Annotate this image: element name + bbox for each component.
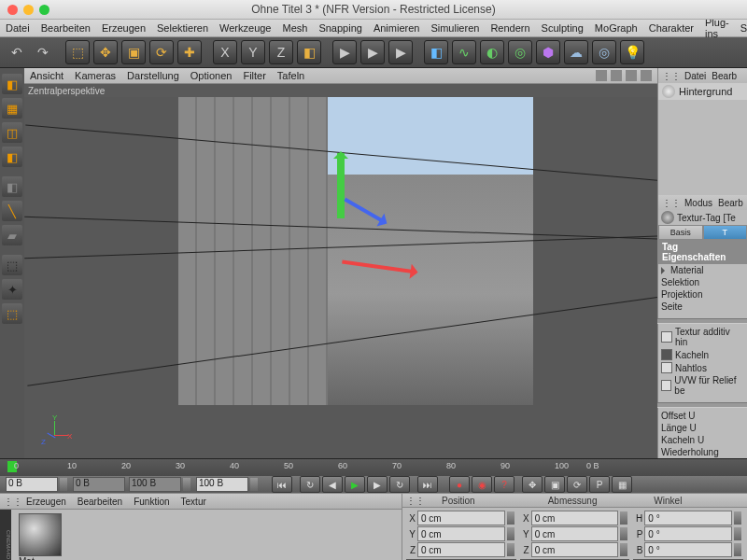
coord-system[interactable]: ◧ [297, 40, 321, 64]
vp-filter[interactable]: Filter [243, 70, 265, 81]
workplane-mode[interactable]: ◧ [2, 147, 22, 167]
vp-ansicht[interactable]: Ansicht [30, 70, 63, 81]
spinner[interactable] [507, 511, 514, 525]
material-list[interactable]: CINEMA4D Mat [0, 510, 402, 560]
rot-b-input[interactable]: 0 ° [644, 542, 732, 557]
prop-textur-additiv[interactable]: Textur additiv hin [658, 326, 747, 348]
render-settings-button[interactable]: ▶ [360, 40, 385, 64]
range-start-input[interactable]: 0 B [6, 477, 58, 492]
menu-plugins[interactable]: Plug-ins [705, 17, 729, 39]
render-queue-button[interactable]: ▶ [388, 40, 413, 64]
point-mode[interactable]: ◧ [2, 176, 22, 197]
redo-button[interactable]: ↷ [32, 41, 54, 63]
attr-bearb[interactable]: Bearb [718, 198, 743, 208]
record-button[interactable]: ● [449, 476, 470, 493]
objmgr-bearb[interactable]: Bearb [712, 71, 737, 81]
vp-darstellung[interactable]: Darstellung [127, 70, 179, 81]
attr-modus[interactable]: Modus [684, 198, 712, 208]
menu-selektieren[interactable]: Selektieren [157, 22, 208, 34]
mat-erzeugen[interactable]: Erzeugen [26, 497, 66, 507]
camera-tool[interactable]: ◎ [592, 40, 616, 64]
deformer-tool[interactable]: ⬢ [536, 40, 560, 64]
polygon-mode[interactable]: ▰ [2, 225, 22, 245]
objmgr-datei[interactable]: Datei [684, 71, 706, 81]
z-axis-lock[interactable]: Z [269, 40, 293, 64]
menu-erzeugen[interactable]: Erzeugen [102, 22, 146, 34]
loop-end-input[interactable]: 100 B [129, 477, 181, 492]
key-rotate-button[interactable]: ⟳ [567, 476, 587, 493]
menu-snapping[interactable]: Snapping [318, 22, 362, 34]
loop2-button[interactable]: ↻ [389, 476, 410, 493]
menu-mesh[interactable]: Mesh [282, 22, 307, 34]
spinner[interactable] [734, 511, 741, 525]
menu-rendern[interactable]: Rendern [490, 22, 529, 34]
material-name[interactable]: Mat [19, 556, 398, 560]
timeline-ruler[interactable]: 0 10 20 30 40 50 60 70 80 90 100 0 B [0, 459, 747, 476]
spinner[interactable] [620, 511, 627, 525]
spinner[interactable] [734, 527, 741, 540]
menu-bearbeiten[interactable]: Bearbeiten [41, 22, 91, 34]
prop-projektion[interactable]: Projektion [658, 288, 747, 301]
nurbs-tool[interactable]: ◐ [480, 40, 504, 64]
key-grid-button[interactable]: ▦ [612, 476, 632, 493]
rotate-tool[interactable]: ⟳ [149, 40, 174, 64]
spinner[interactable] [620, 527, 627, 540]
prop-kacheln[interactable]: Kacheln [658, 348, 747, 361]
spinner[interactable] [507, 543, 514, 556]
x-axis-lock[interactable]: X [213, 40, 237, 64]
mat-funktion[interactable]: Funktion [134, 497, 169, 507]
tab-tag[interactable]: T [703, 225, 748, 240]
step-fwd-button[interactable]: ▶ [367, 476, 388, 493]
spinner[interactable] [250, 478, 258, 491]
prop-wiederholung[interactable]: Wiederholung [658, 446, 747, 458]
menu-sculpting[interactable]: Sculpting [542, 22, 584, 34]
prop-kacheln-u[interactable]: Kacheln U [658, 434, 747, 446]
tab-basis[interactable]: Basis [658, 225, 703, 240]
cube-primitive[interactable]: ◧ [424, 40, 448, 64]
mat-bearbeiten[interactable]: Bearbeiten [78, 497, 122, 507]
prop-uvw-relief[interactable]: UVW für Relief be [658, 374, 747, 397]
prop-selektion[interactable]: Selektion [658, 276, 747, 288]
environment-tool[interactable]: ☁ [564, 40, 588, 64]
range-end-input[interactable]: 100 B [196, 477, 248, 492]
goto-start-button[interactable]: ⏮ [272, 476, 292, 493]
vp-nav-zoom-icon[interactable] [611, 70, 622, 81]
key-param-button[interactable]: P [589, 476, 610, 493]
keyframe-options-button[interactable]: ? [494, 476, 514, 493]
scale-tool[interactable]: ▣ [121, 40, 146, 64]
gizmo-y-axis[interactable] [337, 153, 345, 218]
light-tool[interactable]: 💡 [620, 40, 644, 64]
prop-laenge-u[interactable]: Länge U [658, 422, 747, 434]
vp-nav-layout-icon[interactable] [641, 70, 652, 81]
prop-nahtlos[interactable]: Nahtlos [658, 361, 747, 374]
menu-animieren[interactable]: Animieren [374, 22, 420, 34]
viewport-canvas[interactable]: Y X Z [24, 97, 657, 458]
menu-simulieren[interactable]: Simulieren [430, 22, 479, 34]
spinner[interactable] [620, 543, 627, 556]
vp-tafeln[interactable]: Tafeln [277, 70, 304, 81]
menu-mograph[interactable]: MoGraph [595, 22, 638, 34]
pos-z-input[interactable]: 0 cm [417, 542, 505, 557]
key-move-button[interactable]: ✥ [522, 476, 543, 493]
vp-nav-move-icon[interactable] [596, 70, 607, 81]
menu-skript[interactable]: Skript [740, 22, 747, 34]
move-tool[interactable]: ✥ [93, 40, 118, 64]
size-x-input[interactable]: 0 cm [531, 511, 619, 525]
spinner[interactable] [507, 527, 514, 540]
menu-charakter[interactable]: Charakter [649, 22, 694, 34]
pos-y-input[interactable]: 0 cm [417, 526, 505, 541]
spinner[interactable] [183, 478, 190, 491]
spinner[interactable] [734, 543, 741, 556]
mat-textur[interactable]: Textur [181, 497, 206, 507]
rot-h-input[interactable]: 0 ° [644, 511, 732, 525]
menu-datei[interactable]: Datei [6, 22, 30, 34]
loop-button[interactable]: ↻ [300, 476, 320, 493]
place-tool[interactable]: ✚ [177, 40, 202, 64]
generator-tool[interactable]: ◎ [508, 40, 532, 64]
rot-p-input[interactable]: 0 ° [644, 526, 732, 541]
play-button[interactable]: ▶ [345, 476, 365, 493]
object-item-hintergrund[interactable]: Hintergrund [658, 83, 747, 100]
prop-material[interactable]: Material [658, 264, 747, 276]
y-axis-lock[interactable]: Y [241, 40, 265, 64]
prop-offset-u[interactable]: Offset U [658, 410, 747, 422]
